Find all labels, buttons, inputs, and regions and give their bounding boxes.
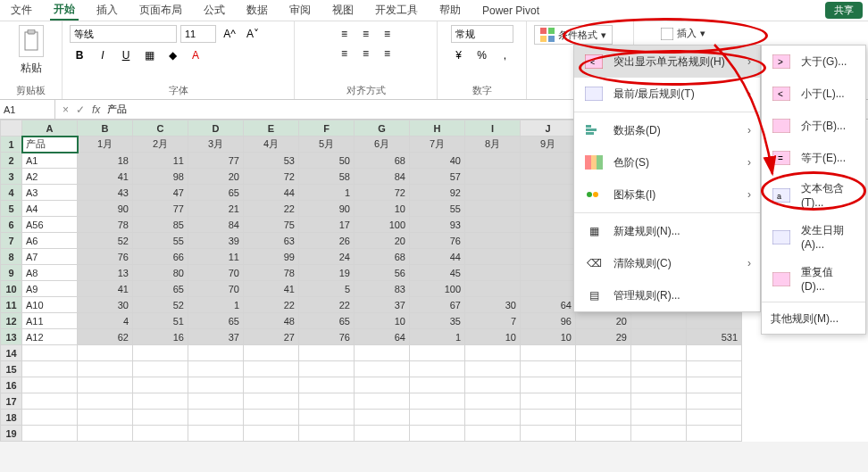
bold-button[interactable]: B	[70, 46, 89, 64]
cell[interactable]: 100	[410, 281, 465, 297]
cell[interactable]: 24	[299, 249, 355, 265]
cell[interactable]: 65	[299, 313, 355, 329]
cell[interactable]: 93	[410, 217, 465, 233]
cell[interactable]	[410, 377, 465, 393]
col-header[interactable]: A	[22, 120, 78, 137]
cell[interactable]: 72	[355, 185, 410, 201]
cell[interactable]	[687, 377, 742, 393]
cell[interactable]	[687, 410, 742, 426]
cell[interactable]	[465, 233, 521, 249]
cell[interactable]: 7	[465, 313, 521, 329]
menu-text-contains[interactable]: a 文本包含(T)...	[762, 174, 865, 216]
cell[interactable]: 80	[133, 265, 188, 281]
cell[interactable]: 67	[410, 297, 465, 313]
cell[interactable]	[22, 410, 78, 426]
cell[interactable]: 50	[299, 153, 355, 169]
cell[interactable]	[188, 426, 244, 442]
enter-icon[interactable]: ✓	[76, 104, 85, 116]
cell[interactable]: A12	[22, 329, 78, 345]
tab-insert[interactable]: 插入	[93, 1, 121, 20]
cell[interactable]: 5	[299, 281, 355, 297]
cell[interactable]: A2	[22, 169, 78, 185]
row-header[interactable]: 12	[1, 313, 22, 329]
cell[interactable]	[78, 393, 133, 410]
row-header[interactable]: 5	[1, 201, 22, 217]
cell[interactable]	[410, 361, 465, 377]
cell[interactable]: 20	[576, 313, 631, 329]
cell[interactable]	[631, 329, 687, 345]
menu-highlight-cells[interactable]: < 突出显示单元格规则(H) ›	[574, 46, 760, 78]
cell[interactable]	[299, 345, 355, 361]
row-header[interactable]: 2	[1, 153, 22, 169]
cell[interactable]	[188, 410, 244, 426]
menu-colorscales[interactable]: 色阶(S) ›	[574, 146, 760, 178]
cell[interactable]: 40	[410, 153, 465, 169]
cell[interactable]	[465, 201, 521, 217]
cell[interactable]: 78	[244, 265, 299, 281]
cell[interactable]	[576, 361, 631, 377]
cell[interactable]: 10	[355, 201, 410, 217]
cell[interactable]	[133, 426, 188, 442]
number-format-select[interactable]	[451, 25, 513, 43]
cell[interactable]	[465, 249, 521, 265]
cell[interactable]	[576, 377, 631, 393]
cell[interactable]: 26	[299, 233, 355, 249]
font-size-select[interactable]	[180, 25, 216, 43]
tab-pagelayout[interactable]: 页面布局	[136, 1, 186, 20]
percent-icon[interactable]: %	[472, 46, 492, 64]
cell[interactable]	[244, 393, 299, 410]
cell[interactable]	[521, 361, 576, 377]
cell[interactable]	[687, 361, 742, 377]
row-header[interactable]: 6	[1, 217, 22, 233]
row-header[interactable]: 1	[1, 137, 22, 153]
cell[interactable]	[244, 345, 299, 361]
cell[interactable]	[521, 377, 576, 393]
cell[interactable]: 76	[299, 329, 355, 345]
cell[interactable]: A9	[22, 281, 78, 297]
cell[interactable]	[521, 201, 576, 217]
col-header[interactable]: D	[188, 120, 244, 137]
cell[interactable]	[631, 361, 687, 377]
cell[interactable]	[299, 426, 355, 442]
cell[interactable]	[133, 345, 188, 361]
cell[interactable]	[410, 345, 465, 361]
cell[interactable]: 52	[78, 233, 133, 249]
cell[interactable]	[521, 426, 576, 442]
cell[interactable]	[465, 265, 521, 281]
border-button[interactable]: ▦	[139, 46, 159, 64]
cell[interactable]	[687, 313, 742, 329]
cell[interactable]	[521, 169, 576, 185]
cell[interactable]	[299, 410, 355, 426]
cell[interactable]	[521, 281, 576, 297]
cell[interactable]: 99	[244, 249, 299, 265]
cell[interactable]: 7月	[410, 137, 465, 153]
cell[interactable]: 83	[355, 281, 410, 297]
cell[interactable]: 5月	[299, 137, 355, 153]
menu-top-bottom[interactable]: 最前/最后规则(T) ›	[574, 78, 760, 110]
cell[interactable]: 531	[687, 329, 742, 345]
cell[interactable]: A56	[22, 217, 78, 233]
cell[interactable]: 37	[188, 329, 244, 345]
row-header[interactable]: 17	[1, 393, 22, 410]
tab-file[interactable]: 文件	[7, 1, 36, 20]
fill-color-button[interactable]: ◆	[163, 46, 182, 64]
cell[interactable]	[22, 426, 78, 442]
menu-manage[interactable]: ▤ 管理规则(R)...	[574, 279, 760, 311]
cell[interactable]: 66	[133, 249, 188, 265]
row-header[interactable]: 16	[1, 377, 22, 393]
cell[interactable]	[465, 377, 521, 393]
row-header[interactable]: 10	[1, 281, 22, 297]
cell[interactable]: 8月	[465, 137, 521, 153]
cell[interactable]: 43	[78, 185, 133, 201]
cell[interactable]: 100	[355, 217, 410, 233]
cell[interactable]	[133, 393, 188, 410]
row-header[interactable]: 18	[1, 410, 22, 426]
cell[interactable]	[244, 377, 299, 393]
cell[interactable]	[687, 345, 742, 361]
font-color-button[interactable]: A	[186, 46, 205, 64]
tab-home[interactable]: 开始	[50, 0, 79, 21]
cell[interactable]: 27	[244, 329, 299, 345]
cell[interactable]: 48	[244, 313, 299, 329]
cell[interactable]	[521, 153, 576, 169]
cell[interactable]	[465, 169, 521, 185]
